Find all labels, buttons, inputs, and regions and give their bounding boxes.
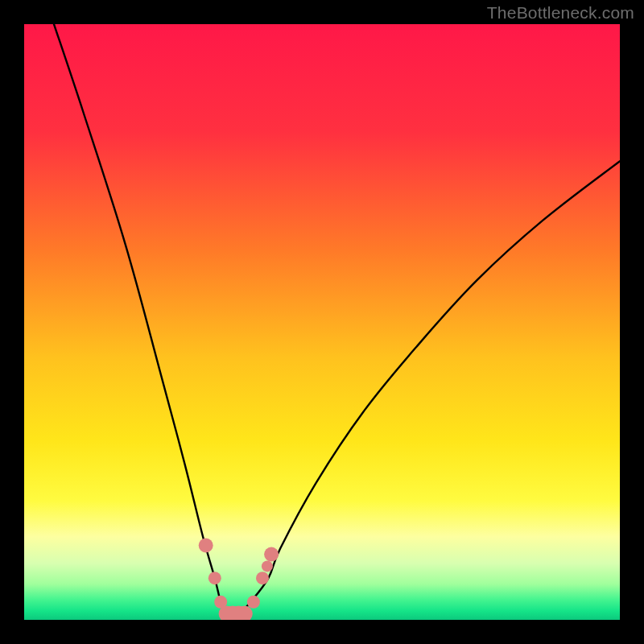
chart-frame: TheBottleneck.com bbox=[0, 0, 644, 644]
marker-dot bbox=[256, 572, 269, 584]
marker-dot bbox=[208, 572, 221, 584]
marker-dot bbox=[262, 560, 273, 572]
marker-dot bbox=[199, 539, 213, 553]
watermark-text: TheBottleneck.com bbox=[487, 3, 634, 23]
marker-dot bbox=[264, 547, 279, 562]
bottleneck-chart bbox=[24, 24, 620, 620]
plot-area bbox=[24, 24, 620, 620]
marker-dot bbox=[247, 596, 260, 609]
gradient-background bbox=[24, 24, 620, 620]
